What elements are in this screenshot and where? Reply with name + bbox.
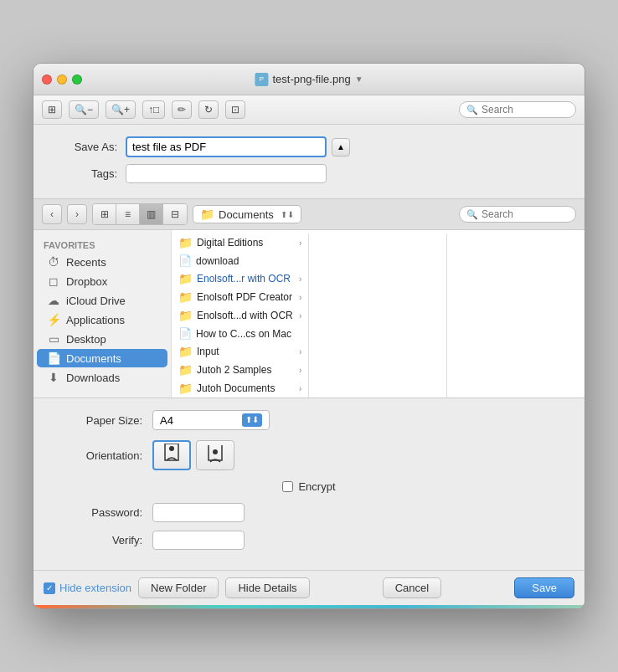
file-icon: 📄 (178, 327, 192, 340)
nav-search-input[interactable] (482, 208, 569, 220)
list-item[interactable]: 📁 Input › (172, 342, 308, 361)
minimize-button[interactable] (57, 74, 67, 85)
sidebar-item-dropbox-label: Dropbox (66, 275, 107, 288)
zoom-out-button[interactable]: 🔍− (69, 100, 99, 119)
hide-details-button[interactable]: Hide Details (225, 577, 309, 598)
view-buttons: ⊞ ≡ ▥ ⊟ (92, 203, 188, 225)
cancel-button[interactable]: Cancel (383, 577, 441, 598)
chevron-right-icon: › (299, 311, 301, 321)
location-picker[interactable]: 📁 Documents ⬆⬇ (193, 205, 301, 223)
paper-size-value: A4 (160, 414, 173, 427)
chevron-right-icon: › (299, 274, 301, 284)
file-name: Jutoh Documents (197, 382, 275, 394)
sidebar-item-applications[interactable]: ⚡ Applications (37, 310, 167, 329)
hide-extension-text: Hide extension (59, 582, 131, 594)
traffic-lights (42, 74, 82, 85)
file-name: Digital Editions (197, 237, 263, 249)
encrypt-checkbox[interactable] (282, 481, 293, 492)
toolbar-search-input[interactable] (482, 104, 569, 115)
paper-size-select[interactable]: A4 ⬆⬇ (152, 410, 270, 430)
saveas-input[interactable] (126, 136, 327, 157)
back-icon: ‹ (50, 208, 54, 220)
file-name: Enolsoft PDF Creator (197, 291, 292, 303)
sidebar-item-downloads[interactable]: ⬇ Downloads (37, 368, 167, 387)
paper-size-chevron-icon: ⬆⬇ (242, 413, 262, 427)
file-name: Input (197, 346, 219, 357)
zoom-in-icon: 🔍+ (111, 104, 130, 115)
folder-icon: 📁 (178, 382, 193, 395)
landscape-button[interactable] (196, 440, 234, 470)
close-button[interactable] (42, 74, 52, 85)
list-item[interactable]: 📄 How to C...cs on Mac (172, 325, 308, 342)
hide-extension-label[interactable]: ✓ Hide extension (44, 582, 131, 594)
verify-input[interactable] (152, 531, 245, 550)
encrypt-label[interactable]: Encrypt (282, 480, 335, 493)
downloads-icon: ⬇ (47, 371, 60, 384)
app-color-bar (33, 605, 585, 608)
gallery-view-button[interactable]: ⊟ (163, 204, 187, 224)
zoom-in-button[interactable]: 🔍+ (106, 100, 136, 119)
view-toggle-button[interactable]: ⊞ (42, 100, 62, 119)
zoom-out-icon: 🔍− (75, 104, 93, 115)
file-column-primary: 📁 Digital Editions › 📄 download 📁 Enolso… (172, 233, 309, 398)
crop-button[interactable]: ⊡ (225, 100, 245, 119)
list-item[interactable]: 📁 Digital Editions › (172, 233, 308, 252)
portrait-button[interactable] (152, 440, 191, 470)
maximize-button[interactable] (72, 74, 82, 85)
svg-point-1 (169, 446, 174, 451)
folder-icon: 📁 (178, 290, 193, 304)
toolbar-search[interactable]: 🔍 (459, 101, 576, 118)
annotate-button[interactable]: ✏ (172, 100, 192, 119)
desktop-icon: ▭ (47, 332, 60, 346)
window-title-area: P test-png-file.png ▼ (255, 73, 363, 86)
folder-icon: 📁 (200, 208, 214, 221)
list-item[interactable]: 📁 Enolsoft PDF Creator › (172, 288, 308, 306)
sidebar-item-icloud[interactable]: ☁ iCloud Drive (37, 291, 167, 310)
rotate-button[interactable]: ↻ (198, 100, 219, 119)
share-button[interactable]: ↑□ (142, 100, 165, 119)
browser-area: Favorites ⏱ Recents ◻ Dropbox ☁ iCloud D… (33, 230, 585, 398)
expand-button[interactable]: ▲ (332, 138, 350, 156)
password-label: Password: (50, 506, 142, 519)
sidebar-item-recents-label: Recents (66, 256, 106, 269)
icon-view-icon: ⊞ (100, 208, 109, 220)
encrypt-label-text: Encrypt (298, 480, 335, 493)
new-folder-button[interactable]: New Folder (138, 577, 219, 598)
tags-input[interactable] (126, 164, 327, 183)
toolbar: ⊞ 🔍− 🔍+ ↑□ ✏ ↻ ⊡ 🔍 (33, 95, 585, 125)
list-item[interactable]: 📁 Jutoh 2 Samples › (172, 361, 308, 379)
bottom-bar: ✓ Hide extension New Folder Hide Details… (33, 570, 585, 605)
saveas-label: Save As: (50, 141, 117, 153)
list-item[interactable]: 📁 Jutoh Documents › (172, 379, 308, 398)
rotate-icon: ↻ (204, 104, 213, 115)
landscape-icon (203, 445, 227, 465)
folder-icon: 📁 (178, 309, 193, 322)
list-view-button[interactable]: ≡ (116, 204, 140, 224)
chevron-right-icon: › (299, 384, 301, 393)
list-item[interactable]: 📄 download (172, 252, 308, 269)
icon-view-button[interactable]: ⊞ (93, 204, 116, 224)
list-item[interactable]: 📁 Enolsoft...d with OCR › (172, 306, 308, 325)
file-name: Enolsoft...d with OCR (197, 310, 293, 321)
password-row: Password: (50, 503, 568, 522)
sidebar-item-documents[interactable]: 📄 Documents (37, 349, 167, 367)
sidebar-item-recents[interactable]: ⏱ Recents (37, 253, 167, 271)
forward-button[interactable]: › (67, 204, 87, 224)
chevron-right-icon: › (299, 366, 301, 375)
save-button[interactable]: Save (514, 577, 574, 598)
applications-icon: ⚡ (47, 313, 60, 326)
column-view-button[interactable]: ▥ (140, 204, 163, 224)
nav-search[interactable]: 🔍 (459, 206, 576, 223)
sidebar-item-desktop[interactable]: ▭ Desktop (37, 330, 167, 348)
list-view-icon: ≡ (125, 208, 131, 220)
chevron-down-icon: ▼ (355, 74, 363, 84)
list-item[interactable]: 📁 Enolsoft...r with OCR › (172, 269, 308, 288)
file-name: Enolsoft...r with OCR (197, 273, 291, 285)
orientation-row: Orientation: (50, 440, 568, 470)
password-input[interactable] (152, 503, 245, 522)
back-button[interactable]: ‹ (42, 204, 62, 224)
sidebar-item-dropbox[interactable]: ◻ Dropbox (37, 272, 167, 290)
file-name: Jutoh 2 Samples (197, 364, 271, 376)
hide-extension-checkbox[interactable]: ✓ (44, 582, 55, 594)
gallery-view-icon: ⊟ (171, 208, 179, 220)
